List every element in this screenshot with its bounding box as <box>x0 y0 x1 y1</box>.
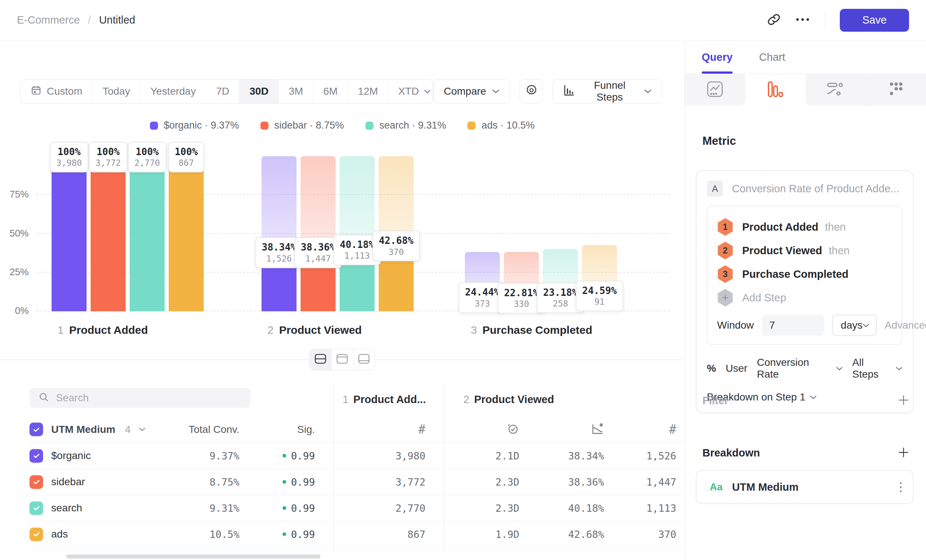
column-step1-count[interactable]: # <box>333 422 444 437</box>
table-row-search[interactable]: search9.31%0.992,7702.3D40.18%1,113 <box>29 495 684 521</box>
bar-solid <box>51 156 86 311</box>
bar-organic-step2[interactable]: 38.34%1,526 <box>262 144 297 311</box>
range-7d[interactable]: 7D <box>206 80 240 103</box>
chart-type-funnel-button[interactable] <box>745 74 806 106</box>
range-today[interactable]: Today <box>92 80 140 103</box>
chart-view-selector[interactable]: Funnel Steps <box>552 79 662 103</box>
advanced-toggle[interactable]: Advanced <box>885 319 926 331</box>
row-checkbox[interactable] <box>29 528 43 541</box>
select-all-checkbox[interactable] <box>29 422 43 436</box>
bar-ads-step2[interactable]: 42.68%370 <box>379 144 414 311</box>
table-row-organic[interactable]: $organic9.37%0.993,9802.1D38.34%1,526 <box>29 443 684 469</box>
bar-conversion-pct: 23.18% <box>543 287 578 299</box>
table-row-sidebar[interactable]: sidebar8.75%0.993,7722.3D38.36%1,447 <box>29 469 684 495</box>
chart-view-label: Funnel Steps <box>581 80 639 103</box>
save-button[interactable]: Save <box>840 9 909 32</box>
row-step2-count: 1,447 <box>613 476 684 488</box>
measured-scope-select[interactable]: All Steps <box>852 357 902 380</box>
breadcrumb-parent[interactable]: E-Commerce <box>17 14 80 26</box>
layout-bottom-icon <box>358 354 370 365</box>
bar-sidebar-step1[interactable]: 100%3,772 <box>91 144 126 311</box>
filter-section: Filter <box>702 394 910 407</box>
bar-sidebar-step2[interactable]: 38.36%1,447 <box>301 144 336 311</box>
layout-table-only-button[interactable] <box>353 349 375 370</box>
hash-icon: # <box>418 422 425 437</box>
range-30d[interactable]: 30D <box>239 80 278 103</box>
metric-title-row[interactable]: A Conversion Rate of Product Adde... <box>707 180 902 197</box>
row-name-cell: $organic <box>29 449 171 463</box>
range-custom[interactable]: Custom <box>21 80 92 103</box>
bar-sidebar-step3[interactable]: 22.81%330 <box>504 144 539 311</box>
funnel-step-3[interactable]: 3Purchase Completed <box>717 262 892 286</box>
window-unit-select[interactable]: days <box>832 315 877 336</box>
breakdown-column-label[interactable]: UTM Medium <box>51 424 115 436</box>
row-name: sidebar <box>51 476 85 488</box>
horizontal-scrollbar[interactable] <box>66 554 321 558</box>
row-name: search <box>51 502 82 514</box>
legend-item-sidebar[interactable]: sidebar · 8.75% <box>260 120 344 131</box>
column-step2-count[interactable]: # <box>613 422 684 437</box>
bar-group-step1: 100%3,980100%3,772100%2,770100%867 <box>51 144 204 311</box>
kebab-menu-icon[interactable] <box>900 482 902 492</box>
breakdown-section: Breakdown <box>702 446 910 460</box>
chart-type-scatter-button[interactable] <box>865 74 926 106</box>
funnel-step-2[interactable]: 2Product Viewedthen <box>717 239 892 262</box>
column-conversion-rate[interactable] <box>528 422 613 437</box>
breadcrumb-current[interactable]: Untitled <box>99 14 135 26</box>
layout-chart-only-button[interactable] <box>331 349 353 370</box>
add-filter-button[interactable] <box>897 394 910 407</box>
layout-split-button[interactable] <box>310 349 331 370</box>
measured-entity[interactable]: User <box>726 363 747 374</box>
step-number: 3 <box>471 324 477 336</box>
legend-item-search[interactable]: search · 9.31% <box>365 120 446 131</box>
chart-settings-button[interactable] <box>520 79 543 103</box>
bar-ads-step3[interactable]: 24.59%91 <box>582 144 617 311</box>
more-options-button[interactable] <box>795 17 810 23</box>
breadcrumb: E-Commerce / Untitled <box>17 14 135 26</box>
bar-organic-step1[interactable]: 100%3,980 <box>51 144 86 311</box>
chevron-down-icon[interactable] <box>139 427 145 431</box>
chart-type-line-button[interactable] <box>685 74 745 106</box>
range-yesterday[interactable]: Yesterday <box>140 80 206 103</box>
column-total-conv[interactable]: Total Conv. <box>171 424 239 436</box>
range-label: Yesterday <box>150 85 196 97</box>
bar-search-step3[interactable]: 23.18%258 <box>543 144 578 311</box>
row-checkbox[interactable] <box>29 501 43 515</box>
range-6m[interactable]: 6M <box>313 80 348 103</box>
range-xtd[interactable]: XTD <box>388 80 433 103</box>
search-input[interactable] <box>56 392 242 404</box>
measured-metric-select[interactable]: Conversion Rate <box>757 357 843 380</box>
share-link-button[interactable] <box>767 13 781 27</box>
add-step-button[interactable]: + Add Step <box>717 286 892 309</box>
bar-search-step1[interactable]: 100%2,770 <box>130 144 165 311</box>
breakdown-item-card[interactable]: Aa UTM Medium <box>696 470 914 504</box>
metric-heading: Metric <box>702 135 736 148</box>
chart-type-flow-button[interactable] <box>806 74 866 106</box>
chevron-down-icon <box>836 366 843 371</box>
table-search[interactable] <box>29 388 250 408</box>
row-checkbox[interactable] <box>29 475 43 489</box>
tab-chart[interactable]: Chart <box>759 41 785 74</box>
legend-item-organic[interactable]: $organic · 9.37% <box>150 120 239 131</box>
bar-ads-step1[interactable]: 100%867 <box>169 144 204 311</box>
bar-search-step2[interactable]: 40.18%1,113 <box>340 144 375 311</box>
range-3m[interactable]: 3M <box>279 80 313 103</box>
bar-organic-step3[interactable]: 24.44%373 <box>465 144 500 311</box>
row-step2-count: 1,113 <box>613 502 684 514</box>
chart-toolbar: CustomTodayYesterday7D30D3M6M12MXTD Comp… <box>20 79 662 103</box>
range-label: Today <box>102 85 130 97</box>
column-sig[interactable]: Sig. <box>239 424 333 436</box>
window-value-input[interactable] <box>762 315 824 336</box>
column-time-to-convert[interactable] <box>444 422 528 437</box>
tab-query[interactable]: Query <box>702 41 732 74</box>
range-12m[interactable]: 12M <box>348 80 388 103</box>
step-label-2: 2Product Viewed <box>268 324 362 336</box>
compare-button[interactable]: Compare <box>433 79 510 103</box>
table-group-step2: 2 Product Viewed <box>463 394 554 406</box>
add-breakdown-button[interactable] <box>897 446 910 460</box>
row-checkbox[interactable] <box>29 449 43 463</box>
legend-item-ads[interactable]: ads · 10.5% <box>468 120 534 131</box>
funnel-step-1[interactable]: 1Product Addedthen <box>717 215 892 239</box>
table-row-ads[interactable]: ads10.5%0.998671.9D42.68%370 <box>29 521 684 548</box>
bar-group-step2: 38.34%1,52638.36%1,44740.18%1,11342.68%3… <box>262 144 414 311</box>
